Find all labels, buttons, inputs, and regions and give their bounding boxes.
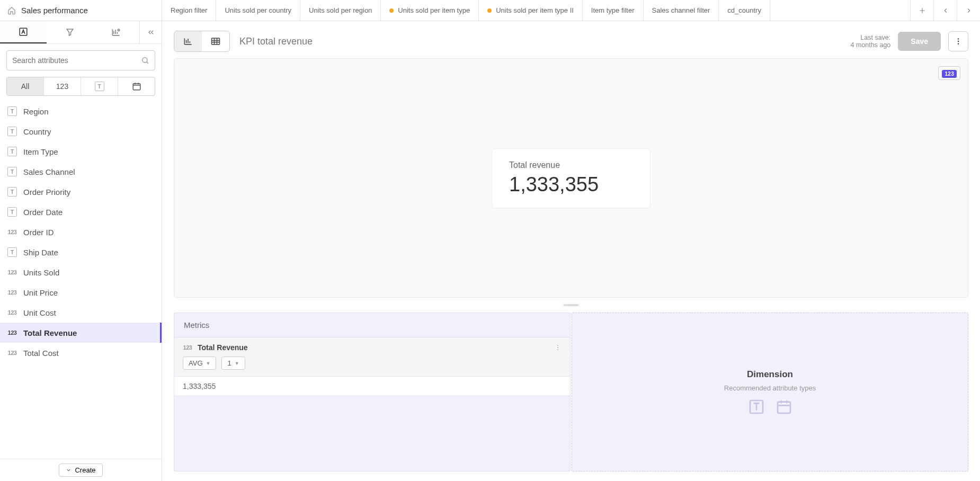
metric-more-button[interactable] <box>554 344 562 351</box>
tab-units-item-type-2[interactable]: Units sold per item type II <box>479 0 583 21</box>
text-type-icon <box>748 398 765 415</box>
filter-date-button[interactable] <box>118 77 155 95</box>
tab-region-filter[interactable]: Region filter <box>162 0 216 21</box>
attr-units-sold[interactable]: 123Units Sold <box>0 262 162 282</box>
attr-sales-channel[interactable]: TSales Channel <box>0 162 162 182</box>
attributes-list[interactable]: TRegion TCountry TItem Type TSales Chann… <box>0 101 162 459</box>
create-button[interactable]: Create <box>59 464 102 477</box>
chart-view-button[interactable] <box>174 31 202 51</box>
attribute-type-filter: All 123 T <box>6 77 155 96</box>
content-area: KPI total revenue Last save: 4 months ag… <box>162 21 980 481</box>
more-options-button[interactable] <box>948 31 968 51</box>
attr-ship-date[interactable]: TShip Date <box>0 242 162 262</box>
tab-sales-channel-filter[interactable]: Sales channel filter <box>644 0 719 21</box>
kpi-canvas: 123 Total revenue 1,333,355 <box>174 58 968 298</box>
search-input[interactable] <box>12 56 141 65</box>
svg-point-2 <box>142 58 147 63</box>
page-title: Sales performance <box>21 6 88 15</box>
resize-handle[interactable] <box>174 304 968 306</box>
attributes-sidebar: All 123 T TRegion TCountry TItem Type TS… <box>0 21 162 481</box>
top-bar: Sales performance Region filter Units so… <box>0 0 980 21</box>
svg-rect-3 <box>133 84 140 90</box>
attr-total-cost[interactable]: 123Total Cost <box>0 343 162 363</box>
tab-item-type-filter[interactable]: Item type filter <box>583 0 644 21</box>
svg-point-10 <box>557 349 558 350</box>
filter-all-button[interactable]: All <box>7 77 44 95</box>
attr-total-revenue[interactable]: 123Total Revenue <box>0 323 162 343</box>
kpi-label: Total revenue <box>509 161 633 170</box>
metric-value-row: 1,333,355 <box>174 377 570 396</box>
svg-point-7 <box>958 43 959 44</box>
dirty-dot-icon <box>487 8 492 13</box>
tab-units-item-type[interactable]: Units sold per item type <box>381 0 479 21</box>
svg-rect-4 <box>212 38 220 44</box>
attr-unit-cost[interactable]: 123Unit Cost <box>0 302 162 323</box>
attr-item-type[interactable]: TItem Type <box>0 141 162 162</box>
chevron-down-icon <box>66 467 72 473</box>
home-icon[interactable] <box>7 6 16 15</box>
calendar-icon <box>776 398 792 415</box>
save-button[interactable]: Save <box>898 32 941 51</box>
next-tab-button[interactable] <box>957 0 980 21</box>
tab-actions <box>910 0 980 21</box>
collapse-sidebar-button[interactable] <box>139 21 162 43</box>
dirty-dot-icon <box>389 8 394 13</box>
sidebar-tab-filter[interactable] <box>47 21 93 43</box>
search-attributes-box[interactable] <box>6 50 155 70</box>
filter-text-button[interactable]: T <box>81 77 118 95</box>
count-selector[interactable]: 1▼ <box>221 357 245 370</box>
save-meta: Last save: 4 months ago <box>851 34 891 49</box>
add-tab-button[interactable] <box>910 0 933 21</box>
document-tabs: Region filter Units sold per country Uni… <box>162 0 910 21</box>
tab-cd-country[interactable]: cd_country <box>719 0 770 21</box>
metrics-panel: Metrics 123 Total Revenue AVG▼ 1▼ 1,333 <box>174 313 571 471</box>
tab-units-region[interactable]: Units sold per region <box>300 0 381 21</box>
svg-point-8 <box>557 345 558 346</box>
metrics-header: Metrics <box>174 313 570 337</box>
svg-rect-12 <box>778 402 790 413</box>
calendar-icon <box>132 82 141 91</box>
attr-order-id[interactable]: 123Order ID <box>0 222 162 242</box>
visualization-title: KPI total revenue <box>239 36 313 47</box>
kpi-value: 1,333,355 <box>509 173 633 196</box>
numeric-type-icon: 123 <box>183 343 192 352</box>
attr-region[interactable]: TRegion <box>0 101 162 121</box>
breadcrumb: Sales performance <box>0 0 162 21</box>
text-type-icon: T <box>95 82 104 91</box>
attr-country[interactable]: TCountry <box>0 121 162 141</box>
attr-unit-price[interactable]: 123Unit Price <box>0 282 162 302</box>
dimension-drop-zone[interactable]: Dimension Recommended attribute types <box>572 313 968 471</box>
table-view-button[interactable] <box>202 31 229 51</box>
svg-point-5 <box>958 38 959 39</box>
filter-numeric-button[interactable]: 123 <box>44 77 81 95</box>
svg-point-9 <box>557 347 558 348</box>
kpi-card: Total revenue 1,333,355 <box>492 148 651 208</box>
tab-units-country[interactable]: Units sold per country <box>216 0 300 21</box>
search-icon <box>141 56 149 65</box>
kpi-type-badge[interactable]: 123 <box>938 66 960 80</box>
svg-point-1 <box>118 29 120 31</box>
sidebar-tab-attributes[interactable] <box>0 21 47 43</box>
sidebar-tab-chart[interactable] <box>93 21 139 43</box>
svg-point-6 <box>958 41 959 42</box>
aggregation-selector[interactable]: AVG▼ <box>183 357 216 370</box>
attr-order-priority[interactable]: TOrder Priority <box>0 182 162 202</box>
viz-type-toggle <box>174 31 230 52</box>
attr-order-date[interactable]: TOrder Date <box>0 202 162 222</box>
prev-tab-button[interactable] <box>933 0 957 21</box>
metric-item-total-revenue[interactable]: 123 Total Revenue AVG▼ 1▼ <box>174 337 570 377</box>
